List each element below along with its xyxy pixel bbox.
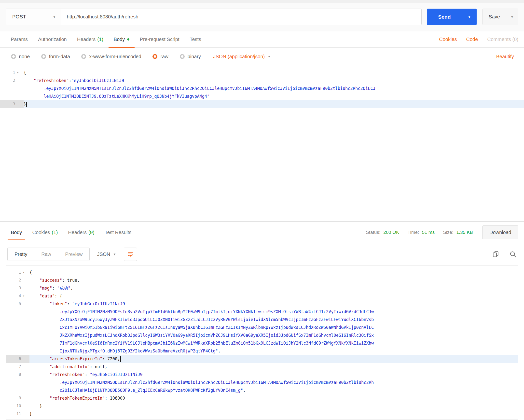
chevron-down-icon: ▾ — [53, 15, 55, 19]
line-gutter — [0, 84, 24, 92]
code-line[interactable]: IjoxNTUzNjgxMTgxfQ.dHDj6TZg9ZY2koVWvzSaO… — [6, 347, 518, 355]
tab-headers[interactable]: Headers(1) — [72, 31, 109, 47]
code-line[interactable]: 3 "msg": "成功", — [6, 284, 518, 292]
response-tab-headers[interactable]: Headers(9) — [63, 222, 99, 243]
code-text[interactable]: leHAiOjE1NTM3ODE5MTJ9.80zTztLeXHKKhMyLiH… — [24, 92, 524, 100]
code-line[interactable]: 4▾ "data": { — [6, 292, 518, 300]
search-response-button[interactable] — [509, 251, 517, 258]
code-text[interactable]: "token": "eyJhbGciOiJIUzI1NiJ9 — [29, 300, 518, 308]
code-line[interactable]: 3} — [0, 100, 524, 108]
code-text[interactable]: JkZXRhaWxzIjpudWxsLCJhdXRob3JpdGllcyI6W3… — [29, 331, 518, 339]
code-line[interactable]: 7ImF1dGhvcml0eSI6ImRmc2YifV19LCJleHBpcmV… — [6, 339, 518, 347]
save-options-button[interactable]: ▾ — [506, 9, 518, 25]
tab-authorization[interactable]: Authorization — [33, 31, 72, 47]
url-input[interactable] — [61, 9, 422, 25]
code-line[interactable]: 2 "refreshToken":"eyJhbGciOiJIUzI1NiJ9 — [0, 77, 524, 84]
tab-pre-request-script[interactable]: Pre-request Script — [135, 31, 184, 47]
send-button[interactable]: Send — [427, 9, 462, 25]
tab-params[interactable]: Params — [6, 31, 33, 47]
body-type-raw[interactable]: raw — [152, 54, 168, 59]
cookies-count-badge: (1) — [52, 230, 58, 235]
code-text[interactable]: "additionalInfo": null, — [29, 363, 518, 371]
body-type-form-data[interactable]: form-data — [41, 54, 70, 59]
fold-toggle-icon[interactable]: ▾ — [21, 292, 29, 300]
response-tab-cookies[interactable]: Cookies(1) — [27, 222, 63, 243]
code-line[interactable]: 1▾{ — [6, 268, 518, 276]
code-text[interactable]: { — [24, 69, 524, 77]
response-tab-test-results[interactable]: Test Results — [99, 222, 137, 243]
code-text[interactable]: "data": { — [29, 292, 518, 300]
code-line[interactable]: CxcImFoYVwiOm51bGx9IiwibmFtZSI6ImFzZGFzZ… — [6, 323, 518, 331]
code-text[interactable]: CxcImFoYVwiOm51bGx9IiwibmFtZSI6ImFzZGFzZ… — [29, 323, 518, 331]
code-text[interactable]: .eyJpYXQiOjE1NTM2NzM5MTIsInJlZnJlc2hfdG9… — [24, 84, 524, 92]
beautify-link[interactable]: Beautify — [496, 54, 514, 59]
cookies-link[interactable]: Cookies — [439, 37, 457, 42]
code-line[interactable]: ZXJtaXNzaW9ucyI6WyJyZWFkIiwid3JpdGUiLCJ0… — [6, 316, 518, 323]
code-text[interactable]: c2QiLCJleHAiOjE1NTM3ODE5ODF9.e_ZlqJIExCa… — [29, 386, 518, 394]
copy-response-button[interactable] — [492, 251, 499, 258]
line-gutter — [0, 92, 24, 100]
code-line[interactable]: .eyJpYXQiOjE1NTM2NzM5ODEsInJlZnJlc2hfdG9… — [6, 378, 518, 386]
tab-tests[interactable]: Tests — [184, 31, 206, 47]
code-line[interactable]: leHAiOjE1NTM3ODE5MTJ9.80zTztLeXHKKhMyLiH… — [0, 92, 524, 100]
code-line[interactable]: 2 "success": true, — [6, 276, 518, 284]
preview-view-button[interactable]: Preview — [58, 248, 89, 261]
chevron-down-icon: ▾ — [469, 15, 470, 19]
pretty-view-button[interactable]: Pretty — [8, 248, 34, 261]
code-line[interactable]: c2QiLCJleHAiOjE1NTM3ODE5ODF9.e_ZlqJIExCa… — [6, 386, 518, 394]
code-line[interactable]: .eyJpYXQiOjE1NTM2NzM5ODEsInRva2VuIjp7ImF… — [6, 308, 518, 316]
code-text[interactable]: { — [29, 268, 518, 276]
code-line[interactable]: 5 "token": "eyJhbGciOiJIUzI1NiJ9 — [6, 300, 518, 308]
code-text[interactable]: "accessTokenExpireIn": 7200, — [29, 355, 518, 363]
code-text[interactable]: "msg": "成功", — [29, 284, 518, 292]
line-gutter: 6 — [6, 355, 29, 363]
fold-toggle-icon[interactable]: ▾ — [21, 268, 29, 276]
line-gutter: 2 — [6, 276, 29, 284]
code-text[interactable]: "refreshTokenExpireIn": 108000 — [29, 394, 518, 402]
status-label: Status: — [366, 230, 380, 235]
radio-icon — [180, 54, 185, 59]
code-text[interactable]: "refreshToken": "eyJhbGciOiJIUzI1NiJ9 — [29, 371, 518, 378]
code-text[interactable]: } — [29, 410, 518, 418]
comments-link[interactable]: Comments (0) — [487, 37, 518, 42]
code-text[interactable]: .eyJpYXQiOjE1NTM2NzM5ODEsInJlZnJlc2hfdG9… — [29, 378, 518, 386]
method-dropdown[interactable]: POST ▾ — [6, 9, 61, 25]
code-text[interactable]: } — [24, 100, 524, 108]
code-line[interactable]: .eyJpYXQiOjE1NTM2NzM5MTIsInJlZnJlc2hfdG9… — [0, 84, 524, 92]
code-line[interactable]: 7 "additionalInfo": null, — [6, 363, 518, 371]
tab-body[interactable]: Body — [109, 31, 135, 47]
code-line[interactable]: JkZXRhaWxzIjpudWxsLCJhdXRob3JpdGllcyI6W3… — [6, 331, 518, 339]
search-icon — [509, 251, 517, 258]
request-body-editor[interactable]: 1▾{2 "refreshToken":"eyJhbGciOiJIUzI1NiJ… — [0, 65, 524, 222]
body-type-binary[interactable]: binary — [180, 54, 201, 59]
window-top-strip — [0, 0, 524, 3]
code-line[interactable]: 6 "accessTokenExpireIn": 7200, — [6, 355, 518, 363]
body-type-none[interactable]: none — [11, 54, 30, 59]
line-number: 1 — [10, 268, 21, 276]
code-text[interactable]: } — [29, 402, 518, 410]
response-tab-body[interactable]: Body — [6, 222, 27, 243]
response-format-dropdown[interactable]: JSON ▾ — [97, 252, 115, 257]
code-line[interactable]: 11} — [6, 410, 518, 418]
code-line[interactable]: 10 } — [6, 402, 518, 410]
body-type-urlencoded[interactable]: x-www-form-urlencoded — [81, 54, 141, 59]
code-text[interactable]: 7ImF1dGhvcml0eSI6ImRmc2YifV19LCJleHBpcmV… — [29, 339, 518, 347]
code-text[interactable]: ZXJtaXNzaW9ucyI6WyJyZWFkIiwid3JpdGUiLCJ0… — [29, 316, 518, 323]
code-text[interactable]: .eyJpYXQiOjE1NTM2NzM5ODEsInRva2VuIjp7ImF… — [29, 308, 518, 316]
raw-view-button[interactable]: Raw — [34, 248, 58, 261]
send-options-button[interactable]: ▾ — [462, 9, 477, 25]
code-line[interactable]: 1▾{ — [0, 69, 524, 77]
code-text[interactable]: "success": true, — [29, 276, 518, 284]
download-button[interactable]: Download — [482, 225, 518, 239]
code-text[interactable]: "refreshToken":"eyJhbGciOiJIUzI1NiJ9 — [24, 77, 524, 84]
fold-toggle-icon[interactable]: ▾ — [15, 69, 24, 77]
response-body-editor[interactable]: 1▾{2 "success": true,3 "msg": "成功",4▾ "d… — [6, 265, 518, 420]
code-text[interactable]: IjoxNTUzNjgxMTgxfQ.dHDj6TZg9ZY2koVWvzSaO… — [29, 347, 518, 355]
code-line[interactable]: 9 "refreshTokenExpireIn": 108000 — [6, 394, 518, 402]
code-link[interactable]: Code — [466, 37, 478, 42]
send-button-group: Send ▾ — [427, 9, 477, 25]
wrap-lines-button[interactable] — [124, 248, 137, 261]
save-button[interactable]: Save — [483, 9, 506, 25]
content-type-dropdown[interactable]: JSON (application/json) ▾ — [213, 54, 270, 59]
code-line[interactable]: 8 "refreshToken": "eyJhbGciOiJIUzI1NiJ9 — [6, 371, 518, 378]
